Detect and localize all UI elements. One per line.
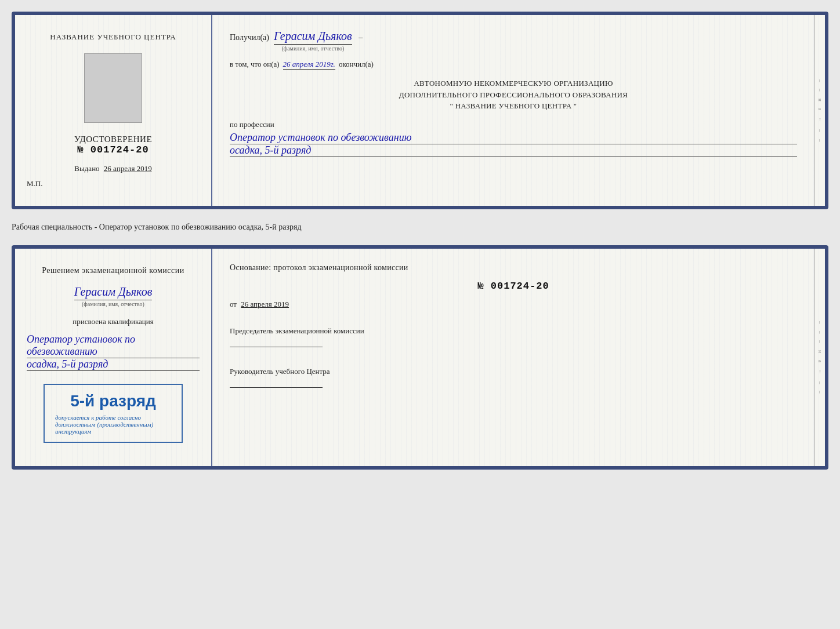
decision-text: Решением экзаменационной комиссии bbox=[42, 266, 184, 275]
confirmation-date: 26 апреля 2019г. bbox=[283, 60, 335, 70]
top-left-panel: НАЗВАНИЕ УЧЕБНОГО ЦЕНТРА УДОСТОВЕРЕНИЕ №… bbox=[15, 15, 212, 206]
assigned-text: присвоена квалификация bbox=[73, 317, 153, 326]
bottom-right-side-marks: – – – и а ← – – bbox=[814, 249, 825, 466]
recipient-block: Получил(а) Герасим Дьяков (фамилия, имя,… bbox=[230, 30, 797, 52]
top-right-panel: Получил(а) Герасим Дьяков (фамилия, имя,… bbox=[212, 15, 814, 206]
bottom-right-panel: Основание: протокол экзаменационной коми… bbox=[212, 249, 814, 466]
bottom-person-subtext: (фамилия, имя, отчество) bbox=[74, 301, 153, 307]
protocol-date: от 26 апреля 2019 bbox=[230, 300, 797, 309]
stamp-label: М.П. bbox=[27, 179, 42, 188]
recipient-subtext: (фамилия, имя, отчество) bbox=[274, 45, 352, 52]
top-right-side-marks: – – и а ← – – bbox=[814, 15, 825, 206]
recipient-name: Герасим Дьяков bbox=[274, 30, 352, 45]
certificate-title: УДОСТОВЕРЕНИЕ bbox=[74, 134, 152, 144]
certificate-number: № 001724-20 bbox=[74, 144, 152, 155]
chairman-block: Председатель экзаменационной комиссии bbox=[230, 326, 797, 350]
director-signature-line bbox=[230, 376, 323, 388]
chairman-signature-line bbox=[230, 336, 323, 347]
qual-line1: Оператор установок по обезвоживанию bbox=[27, 333, 200, 358]
profession-block: по профессии Оператор установок по обезв… bbox=[230, 120, 797, 157]
bottom-person-block: Герасим Дьяков (фамилия, имя, отчество) bbox=[74, 285, 153, 307]
stamp-allowed-text: допускается к работе согласно должностны… bbox=[55, 414, 171, 435]
org-block: АВТОНОМНУЮ НЕКОММЕРЧЕСКУЮ ОРГАНИЗАЦИЮ ДО… bbox=[230, 78, 797, 112]
issued-line: Выдано 26 апреля 2019 bbox=[74, 164, 151, 173]
basis-block: Основание: протокол экзаменационной коми… bbox=[230, 263, 797, 272]
rank-value: осадка, 5-й разряд bbox=[230, 144, 797, 157]
bottom-person-name: Герасим Дьяков bbox=[74, 285, 153, 300]
bottom-qual-block: Оператор установок по обезвоживанию осад… bbox=[27, 333, 200, 371]
confirmation-block: в том, что он(а) 26 апреля 2019г. окончи… bbox=[230, 60, 797, 70]
top-certificate-card: НАЗВАНИЕ УЧЕБНОГО ЦЕНТРА УДОСТОВЕРЕНИЕ №… bbox=[12, 12, 828, 209]
bottom-left-panel: Решением экзаменационной комиссии Гераси… bbox=[15, 249, 212, 466]
qual-line2: осадка, 5-й разряд bbox=[27, 358, 200, 371]
stamp-rank-big: 5-й разряд bbox=[55, 392, 171, 410]
top-training-center-label: НАЗВАНИЕ УЧЕБНОГО ЦЕНТРА bbox=[50, 32, 176, 42]
stamp-box: 5-й разряд допускается к работе согласно… bbox=[44, 384, 183, 443]
between-label: Рабочая специальность - Оператор установ… bbox=[12, 220, 828, 235]
director-block: Руководитель учебного Центра bbox=[230, 367, 797, 390]
protocol-number: № 001724-20 bbox=[230, 281, 797, 292]
profession-value: Оператор установок по обезвоживанию bbox=[230, 132, 797, 144]
document-container: НАЗВАНИЕ УЧЕБНОГО ЦЕНТРА УДОСТОВЕРЕНИЕ №… bbox=[12, 12, 828, 470]
bottom-certificate-card: Решением экзаменационной комиссии Гераси… bbox=[12, 245, 828, 470]
photo-placeholder bbox=[84, 53, 142, 123]
